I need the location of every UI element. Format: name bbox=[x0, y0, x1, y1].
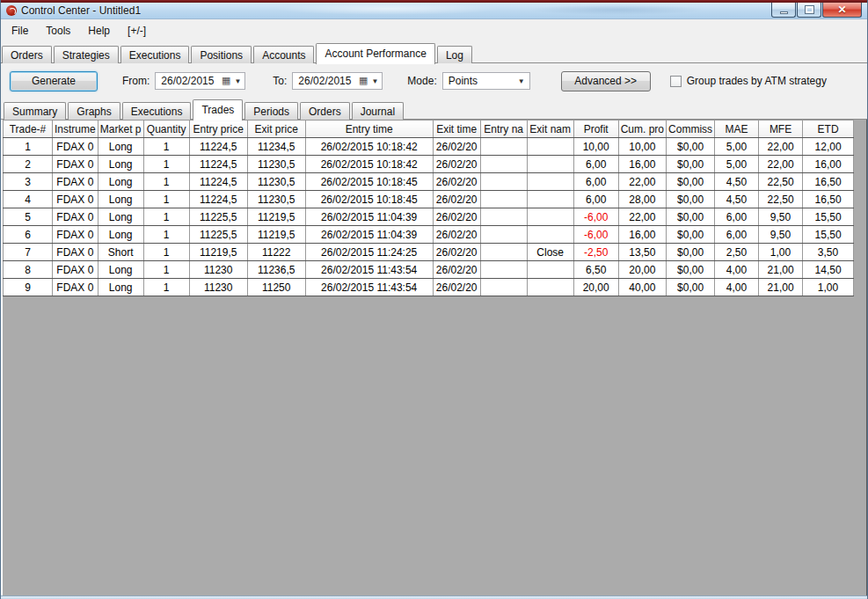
table-cell: FDAX 0 bbox=[53, 156, 98, 173]
table-row[interactable]: 7FDAX 0Short111219,51122226/02/2015 11:2… bbox=[4, 244, 854, 261]
table-cell: 1,00 bbox=[803, 279, 854, 296]
subtab-executions[interactable]: Executions bbox=[122, 102, 192, 120]
table-cell: 11222 bbox=[247, 244, 305, 261]
chevron-down-icon: ▼ bbox=[518, 78, 525, 85]
table-cell: 15,50 bbox=[803, 226, 854, 244]
tab-account-performance[interactable]: Account Performance bbox=[316, 43, 434, 64]
trades-grid: Trade-#InstrumeMarket pQuantityEntry pri… bbox=[1, 120, 867, 595]
column-header-profit[interactable]: Profit bbox=[573, 121, 618, 138]
table-row[interactable]: 5FDAX 0Long111225,511219,526/02/2015 11:… bbox=[4, 208, 854, 226]
menu-item-blank[interactable]: [+/-] bbox=[119, 22, 155, 40]
menu-item-help[interactable]: Help bbox=[79, 22, 119, 40]
table-cell: Long bbox=[98, 156, 143, 173]
column-header-commiss[interactable]: Commiss bbox=[667, 121, 715, 138]
table-cell: 4,50 bbox=[715, 191, 759, 208]
table-cell bbox=[527, 279, 573, 296]
generate-button[interactable]: Generate bbox=[10, 71, 98, 91]
table-cell: 1 bbox=[143, 226, 189, 244]
table-cell: 11225,5 bbox=[189, 226, 247, 244]
column-header-entry-time[interactable]: Entry time bbox=[305, 121, 433, 138]
table-cell: 20,00 bbox=[618, 261, 666, 279]
chevron-down-icon[interactable]: ▼ bbox=[234, 78, 241, 85]
table-cell: 11219,5 bbox=[189, 244, 247, 261]
mode-select[interactable]: Points ▼ bbox=[442, 72, 530, 90]
maximize-icon bbox=[806, 6, 813, 13]
table-cell: 2,50 bbox=[715, 244, 759, 261]
control-center-window: Control Center - Untitled1 ✕ FileToolsHe… bbox=[0, 0, 868, 599]
column-header-exit-price[interactable]: Exit price bbox=[247, 121, 305, 138]
table-row[interactable]: 2FDAX 0Long111224,511230,526/02/2015 10:… bbox=[4, 156, 854, 173]
tab-positions[interactable]: Positions bbox=[191, 46, 252, 63]
title-bar[interactable]: Control Center - Untitled1 ✕ bbox=[1, 3, 867, 19]
table-cell: 26/02/20 bbox=[433, 156, 480, 173]
aero-glass-highlight bbox=[274, 3, 502, 15]
table-cell: 11230,5 bbox=[247, 191, 305, 208]
column-header-trade[interactable]: Trade-# bbox=[4, 121, 53, 138]
tab-accounts[interactable]: Accounts bbox=[253, 46, 314, 63]
table-cell: 26/02/2015 11:04:39 bbox=[305, 226, 433, 244]
group-trades-checkbox[interactable] bbox=[670, 76, 682, 87]
column-header-market-p[interactable]: Market p bbox=[98, 121, 143, 138]
tab-orders[interactable]: Orders bbox=[2, 46, 52, 63]
from-date-picker[interactable]: 26/02/2015 ▦ ▼ bbox=[155, 72, 245, 90]
table-cell: 26/02/20 bbox=[433, 279, 480, 296]
table-cell: Long bbox=[98, 138, 143, 156]
table-row[interactable]: 1FDAX 0Long111224,511234,526/02/2015 10:… bbox=[4, 138, 854, 156]
tab-strategies[interactable]: Strategies bbox=[54, 46, 119, 63]
subtab-journal[interactable]: Journal bbox=[352, 102, 404, 120]
column-header-etd[interactable]: ETD bbox=[803, 121, 854, 138]
table-cell: 12,00 bbox=[803, 138, 854, 156]
subtab-graphs[interactable]: Graphs bbox=[68, 102, 120, 120]
table-row[interactable]: 9FDAX 0Long1112301125026/02/2015 11:43:5… bbox=[4, 279, 854, 296]
subtab-summary[interactable]: Summary bbox=[4, 102, 66, 120]
subtab-periods[interactable]: Periods bbox=[244, 102, 298, 120]
table-cell: Close bbox=[527, 244, 573, 261]
column-header-exit-nam[interactable]: Exit nam bbox=[527, 121, 573, 138]
tab-executions[interactable]: Executions bbox=[120, 46, 190, 63]
table-cell bbox=[480, 191, 527, 208]
column-header-exit-time[interactable]: Exit time bbox=[433, 121, 480, 138]
table-cell: FDAX 0 bbox=[53, 279, 98, 296]
table-cell: 9,50 bbox=[759, 208, 803, 226]
column-header-entry-price[interactable]: Entry price bbox=[189, 121, 247, 138]
mode-selected-value: Points bbox=[449, 75, 478, 87]
column-header-mfe[interactable]: MFE bbox=[759, 121, 803, 138]
table-cell: FDAX 0 bbox=[53, 138, 98, 156]
column-header-instrume[interactable]: Instrume bbox=[53, 121, 98, 138]
column-header-quantity[interactable]: Quantity bbox=[143, 121, 189, 138]
chevron-down-icon[interactable]: ▼ bbox=[371, 78, 378, 85]
subtab-trades[interactable]: Trades bbox=[193, 99, 243, 121]
table-cell: 26/02/20 bbox=[433, 226, 480, 244]
table-cell: 16,00 bbox=[803, 156, 854, 173]
minimize-button[interactable] bbox=[771, 3, 796, 18]
table-cell: $0,00 bbox=[667, 138, 715, 156]
table-row[interactable]: 3FDAX 0Long111224,511230,526/02/2015 10:… bbox=[4, 173, 854, 191]
table-cell: 11236,5 bbox=[247, 261, 305, 279]
menu-item-file[interactable]: File bbox=[3, 22, 37, 40]
table-cell: FDAX 0 bbox=[53, 208, 98, 226]
tab-log[interactable]: Log bbox=[437, 46, 472, 63]
table-cell: 9 bbox=[4, 279, 53, 296]
column-header-mae[interactable]: MAE bbox=[715, 121, 759, 138]
table-row[interactable]: 8FDAX 0Long11123011236,526/02/2015 11:43… bbox=[4, 261, 854, 279]
table-cell bbox=[527, 191, 573, 208]
window-title: Control Center - Untitled1 bbox=[21, 4, 141, 17]
column-header-cum-pro[interactable]: Cum. pro bbox=[618, 121, 666, 138]
table-cell: 1 bbox=[143, 156, 189, 173]
table-cell: 10,00 bbox=[618, 138, 666, 156]
advanced-button[interactable]: Advanced >> bbox=[561, 71, 651, 91]
to-date-picker[interactable]: 26/02/2015 ▦ ▼ bbox=[292, 72, 383, 90]
calendar-icon: ▦ bbox=[359, 76, 368, 85]
column-header-entry-na[interactable]: Entry na bbox=[480, 121, 527, 138]
table-cell: 1 bbox=[143, 138, 189, 156]
table-row[interactable]: 6FDAX 0Long111225,511219,526/02/2015 11:… bbox=[4, 226, 854, 244]
maximize-button[interactable] bbox=[797, 3, 821, 18]
table-cell: 26/02/2015 11:43:54 bbox=[305, 261, 433, 279]
close-button[interactable]: ✕ bbox=[822, 3, 862, 18]
menu-item-tools[interactable]: Tools bbox=[37, 22, 79, 40]
to-date-value: 26/02/2015 bbox=[298, 75, 351, 87]
subtab-orders[interactable]: Orders bbox=[300, 102, 350, 120]
table-row[interactable]: 4FDAX 0Long111224,511230,526/02/2015 10:… bbox=[4, 191, 854, 208]
table-cell: 21,00 bbox=[759, 279, 803, 296]
table-cell: 11234,5 bbox=[247, 138, 305, 156]
